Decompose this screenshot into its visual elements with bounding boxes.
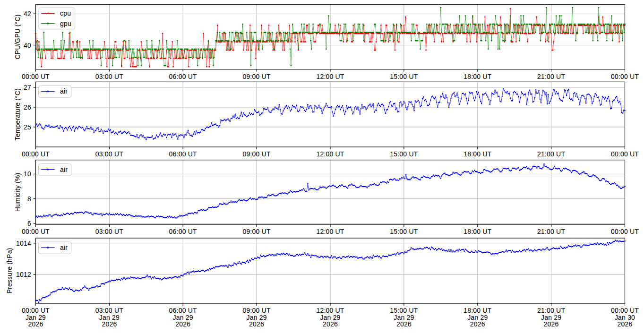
svg-text:00:00 UT: 00:00 UT [22, 228, 50, 235]
svg-text:2026: 2026 [396, 320, 412, 328]
svg-text:cpu: cpu [60, 9, 71, 17]
svg-text:21:00 UT: 21:00 UT [537, 228, 565, 235]
svg-text:12:00 UT: 12:00 UT [316, 73, 344, 80]
svg-text:Pressure (hPa): Pressure (hPa) [6, 248, 13, 294]
svg-text:03:00 UT: 03:00 UT [95, 228, 123, 235]
svg-text:15:00 UT: 15:00 UT [390, 73, 418, 80]
svg-text:21:00 UT: 21:00 UT [537, 73, 565, 80]
svg-text:2026: 2026 [323, 320, 338, 328]
svg-text:00:00 UT: 00:00 UT [611, 228, 639, 235]
svg-text:CPU/GPU (°C): CPU/GPU (°C) [14, 14, 21, 59]
svg-text:2026: 2026 [102, 320, 117, 328]
svg-text:18:00 UT: 18:00 UT [464, 150, 491, 158]
svg-text:air: air [60, 166, 68, 173]
svg-text:1014: 1014 [16, 240, 31, 247]
svg-text:00:00 UT: 00:00 UT [22, 150, 50, 158]
svg-text:00:00 UT: 00:00 UT [611, 73, 639, 80]
svg-text:40: 40 [24, 42, 31, 49]
svg-text:15:00 UT: 15:00 UT [390, 150, 418, 158]
svg-text:Temperature (°C): Temperature (°C) [14, 88, 21, 141]
svg-text:6: 6 [27, 220, 31, 227]
svg-text:27: 27 [24, 84, 31, 91]
svg-text:gpu: gpu [60, 20, 71, 27]
svg-text:air: air [60, 87, 68, 95]
svg-text:06:00 UT: 06:00 UT [169, 228, 197, 235]
svg-text:1012: 1012 [16, 271, 31, 278]
svg-text:06:00 UT: 06:00 UT [169, 150, 197, 158]
svg-text:10: 10 [24, 170, 31, 178]
svg-text:12:00 UT: 12:00 UT [316, 228, 344, 235]
svg-text:25: 25 [24, 123, 31, 131]
svg-text:09:00 UT: 09:00 UT [243, 73, 271, 80]
svg-text:15:00 UT: 15:00 UT [390, 228, 418, 235]
svg-text:18:00 UT: 18:00 UT [464, 73, 491, 80]
svg-text:2026: 2026 [618, 320, 633, 328]
svg-text:00:00 UT: 00:00 UT [22, 73, 50, 80]
svg-text:2026: 2026 [470, 320, 485, 328]
svg-text:03:00 UT: 03:00 UT [95, 150, 123, 158]
svg-text:06:00 UT: 06:00 UT [169, 73, 197, 80]
svg-text:air: air [60, 244, 68, 251]
svg-text:21:00 UT: 21:00 UT [537, 150, 565, 158]
svg-text:03:00 UT: 03:00 UT [95, 73, 123, 80]
svg-text:2026: 2026 [28, 320, 43, 328]
svg-text:2026: 2026 [544, 320, 559, 328]
svg-text:12:00 UT: 12:00 UT [316, 150, 344, 158]
svg-text:26: 26 [24, 103, 31, 111]
svg-text:18:00 UT: 18:00 UT [464, 228, 491, 235]
svg-text:42: 42 [24, 10, 31, 17]
svg-text:2026: 2026 [249, 320, 264, 328]
svg-text:Humidity (%): Humidity (%) [14, 173, 21, 212]
svg-text:09:00 UT: 09:00 UT [243, 228, 271, 235]
svg-text:00:00 UT: 00:00 UT [611, 150, 639, 158]
svg-text:2026: 2026 [175, 320, 190, 328]
svg-text:8: 8 [27, 195, 31, 203]
svg-text:09:00 UT: 09:00 UT [243, 150, 271, 158]
